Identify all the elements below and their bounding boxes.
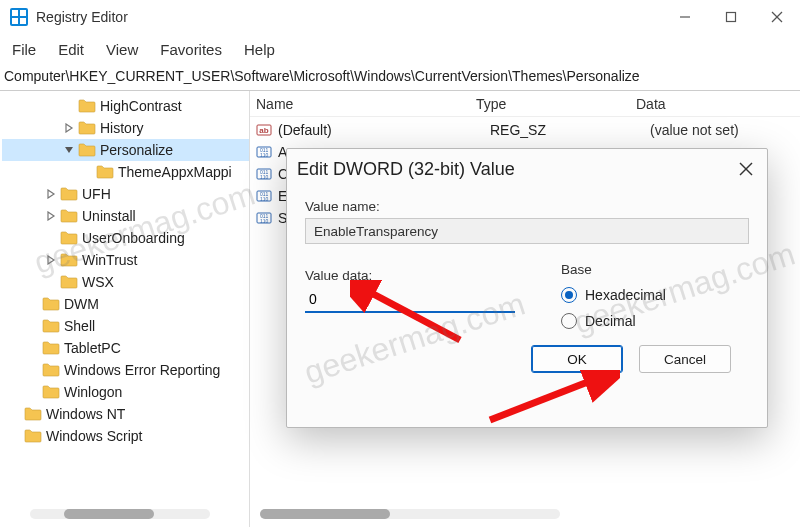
maximize-button[interactable]: [708, 0, 754, 34]
value-name-label: Value name:: [305, 199, 749, 214]
expander-empty: [80, 165, 94, 179]
tree-horizontal-scrollbar[interactable]: [30, 507, 210, 521]
base-group-label: Base: [561, 262, 749, 277]
column-data[interactable]: Data: [636, 96, 800, 112]
tree-node-label: Windows NT: [46, 406, 125, 422]
folder-icon: [96, 165, 114, 179]
folder-icon: [60, 209, 78, 223]
tree-node-label: History: [100, 120, 144, 136]
radio-dec-label: Decimal: [585, 313, 636, 329]
tree-node[interactable]: WinTrust: [2, 249, 249, 271]
dword-value-icon: 011110: [256, 166, 272, 182]
tree-node[interactable]: ThemeAppxMappi: [2, 161, 249, 183]
tree-node[interactable]: Winlogon: [2, 381, 249, 403]
svg-rect-6: [727, 13, 736, 22]
cancel-button[interactable]: Cancel: [639, 345, 731, 373]
tree-node[interactable]: UFH: [2, 183, 249, 205]
menu-favorites[interactable]: Favorites: [160, 41, 222, 58]
tree-node-label: HighContrast: [100, 98, 182, 114]
expander-empty: [8, 429, 22, 443]
dword-value-icon: 011110: [256, 210, 272, 226]
menu-help[interactable]: Help: [244, 41, 275, 58]
minimize-button[interactable]: [662, 0, 708, 34]
menu-file[interactable]: File: [12, 41, 36, 58]
list-header[interactable]: Name Type Data: [250, 91, 800, 117]
expander-empty: [26, 319, 40, 333]
folder-icon: [78, 143, 96, 157]
tree-view[interactable]: HighContrastHistoryPersonalizeThemeAppxM…: [0, 91, 250, 527]
folder-icon: [42, 341, 60, 355]
tree-node-label: UFH: [82, 186, 111, 202]
tree-node[interactable]: Personalize: [2, 139, 249, 161]
folder-icon: [24, 407, 42, 421]
chevron-down-icon[interactable]: [62, 143, 76, 157]
expander-empty: [26, 297, 40, 311]
tree-node[interactable]: UserOnboarding: [2, 227, 249, 249]
chevron-right-icon[interactable]: [44, 209, 58, 223]
tree-node[interactable]: Uninstall: [2, 205, 249, 227]
tree-node[interactable]: Windows Error Reporting: [2, 359, 249, 381]
tree-node-label: Personalize: [100, 142, 173, 158]
svg-text:110: 110: [260, 196, 269, 202]
list-row[interactable]: ab(Default)REG_SZ(value not set): [250, 119, 800, 141]
svg-rect-1: [12, 10, 18, 16]
radio-hex-label: Hexadecimal: [585, 287, 666, 303]
menu-view[interactable]: View: [106, 41, 138, 58]
cell-type: REG_SZ: [490, 122, 650, 138]
tree-node[interactable]: TabletPC: [2, 337, 249, 359]
list-horizontal-scrollbar[interactable]: [260, 507, 560, 521]
folder-icon: [60, 187, 78, 201]
dialog-close-button[interactable]: [735, 158, 757, 180]
app-icon: [10, 8, 28, 26]
menubar: File Edit View Favorites Help: [0, 34, 800, 64]
folder-icon: [78, 121, 96, 135]
menu-edit[interactable]: Edit: [58, 41, 84, 58]
folder-icon: [78, 99, 96, 113]
tree-node[interactable]: DWM: [2, 293, 249, 315]
tree-node-label: DWM: [64, 296, 99, 312]
dialog-title: Edit DWORD (32-bit) Value: [297, 159, 515, 180]
tree-node-label: ThemeAppxMappi: [118, 164, 232, 180]
svg-text:ab: ab: [259, 126, 268, 135]
value-data-label: Value data:: [305, 268, 535, 283]
tree-node[interactable]: Shell: [2, 315, 249, 337]
chevron-right-icon[interactable]: [44, 187, 58, 201]
tree-node[interactable]: HighContrast: [2, 95, 249, 117]
folder-icon: [60, 253, 78, 267]
close-button[interactable]: [754, 0, 800, 34]
svg-text:110: 110: [260, 152, 269, 158]
column-name[interactable]: Name: [256, 96, 476, 112]
tree-node[interactable]: WSX: [2, 271, 249, 293]
tree-node[interactable]: Windows Script: [2, 425, 249, 447]
dword-value-icon: 011110: [256, 144, 272, 160]
ok-button[interactable]: OK: [531, 345, 623, 373]
address-bar[interactable]: Computer\HKEY_CURRENT_USER\Software\Micr…: [0, 64, 800, 91]
value-data-input[interactable]: [305, 287, 515, 313]
column-type[interactable]: Type: [476, 96, 636, 112]
svg-rect-3: [12, 18, 18, 24]
dialog-titlebar: Edit DWORD (32-bit) Value: [287, 149, 767, 189]
chevron-right-icon[interactable]: [44, 253, 58, 267]
expander-empty: [62, 99, 76, 113]
radio-hexadecimal[interactable]: Hexadecimal: [561, 287, 749, 303]
tree-node-label: Windows Error Reporting: [64, 362, 220, 378]
tree-node[interactable]: History: [2, 117, 249, 139]
folder-icon: [60, 275, 78, 289]
svg-text:110: 110: [260, 218, 269, 224]
window-title: Registry Editor: [36, 9, 128, 25]
radio-decimal[interactable]: Decimal: [561, 313, 749, 329]
svg-rect-4: [20, 18, 26, 24]
titlebar: Registry Editor: [0, 0, 800, 34]
tree-node-label: Uninstall: [82, 208, 136, 224]
folder-icon: [42, 385, 60, 399]
tree-node-label: WSX: [82, 274, 114, 290]
cell-data: (value not set): [650, 122, 800, 138]
tree-node[interactable]: Windows NT: [2, 403, 249, 425]
expander-empty: [44, 231, 58, 245]
expander-empty: [44, 275, 58, 289]
tree-node-label: Winlogon: [64, 384, 122, 400]
chevron-right-icon[interactable]: [62, 121, 76, 135]
expander-empty: [8, 407, 22, 421]
expander-empty: [26, 385, 40, 399]
folder-icon: [24, 429, 42, 443]
